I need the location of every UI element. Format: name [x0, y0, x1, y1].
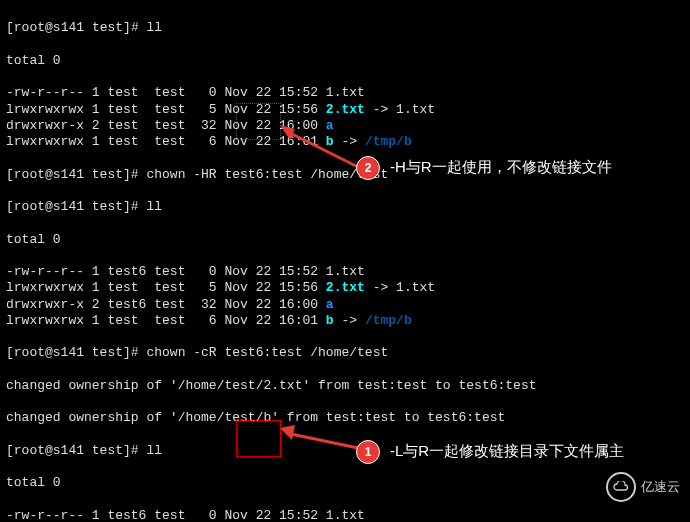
ls-row: drwxrwxr-x 2 test test 32 Nov 22 16:00 a [6, 118, 684, 134]
total-line: total 0 [6, 232, 684, 248]
ls-row: lrwxrwxrwx 1 test test 5 Nov 22 15:56 2.… [6, 102, 684, 118]
ls-row: lrwxrwxrwx 1 test test 6 Nov 22 16:01 b … [6, 134, 684, 150]
watermark: 亿速云 [606, 472, 680, 502]
total-line: total 0 [6, 475, 684, 491]
ls-row: drwxrwxr-x 2 test6 test 32 Nov 22 16:00 … [6, 297, 684, 313]
ls-row: -rw-r--r-- 1 test test 0 Nov 22 15:52 1.… [6, 85, 684, 101]
ls-row: lrwxrwxrwx 1 test test 6 Nov 22 16:01 b … [6, 313, 684, 329]
prompt-line: [root@s141 test]# chown -cR test6:test /… [6, 345, 684, 361]
badge-1: 1 [356, 440, 380, 464]
badge-2: 2 [356, 156, 380, 180]
chown-output: changed ownership of '/home/test/b' from… [6, 410, 684, 426]
annotation-text-1: -H与R一起使用，不修改链接文件 [390, 158, 612, 177]
cloud-icon [606, 472, 636, 502]
prompt-line: [root@s141 test]# ll [6, 20, 684, 36]
ls-row: -rw-r--r-- 1 test6 test 0 Nov 22 15:52 1… [6, 508, 684, 522]
ls-row: -rw-r--r-- 1 test6 test 0 Nov 22 15:52 1… [6, 264, 684, 280]
total-line: total 0 [6, 53, 684, 69]
annotation-text-2: -L与R一起修改链接目录下文件属主 [390, 442, 624, 461]
chown-output: changed ownership of '/home/test/2.txt' … [6, 378, 684, 394]
ls-row: lrwxrwxrwx 1 test test 5 Nov 22 15:56 2.… [6, 280, 684, 296]
prompt-line: [root@s141 test]# ll [6, 199, 684, 215]
